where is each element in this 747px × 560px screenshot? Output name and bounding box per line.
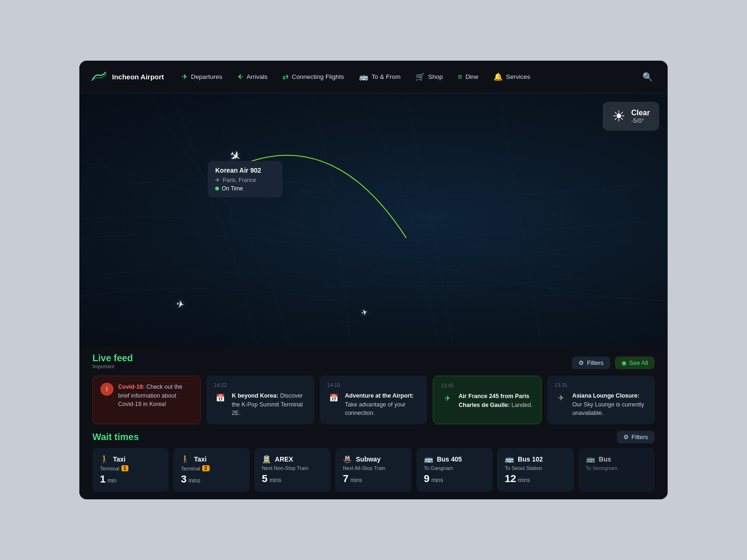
- taxi1-header: 🚶 Taxi: [100, 455, 161, 463]
- arex-label: AREX: [275, 455, 293, 463]
- bus-seong-header: 🚌 Bus: [586, 455, 647, 463]
- app-window: Incheon Airport ✈ Departures ✈ Arrivals …: [79, 61, 668, 499]
- arex-icon: 🚊: [262, 455, 271, 463]
- taxi2-badge: 2: [202, 465, 210, 471]
- wait-card-arex[interactable]: 🚊 AREX Next Non-Stop Train 5 mins: [254, 448, 331, 492]
- wait-filters-button[interactable]: ⚙ Filters: [617, 431, 655, 443]
- tofrom-icon: 🚌: [359, 72, 368, 81]
- filters-button[interactable]: ⚙ Filters: [572, 357, 610, 369]
- seeall-icon: ◉: [621, 359, 627, 366]
- bus-seong-icon: 🚌: [586, 455, 595, 463]
- see-all-button[interactable]: ◉ See All: [615, 357, 655, 369]
- asiana-icon: ✈: [555, 392, 568, 405]
- services-icon: 🔔: [493, 72, 503, 81]
- map-roads: Bukdo-myeon Sin-do Uihak-dong Wenchang-d…: [79, 93, 668, 346]
- nav-arrivals[interactable]: ✈ Arrivals: [231, 69, 274, 85]
- feed-card-icon-area-3: 📅 Adventure at the Airport: Take advanta…: [327, 392, 420, 418]
- dine-icon: ≡: [458, 73, 462, 81]
- taxi2-terminal: Terminal 2: [181, 465, 242, 471]
- weather-info: Clear -5/0°: [631, 109, 650, 124]
- plane-landed-icon: ✈: [441, 392, 454, 405]
- feed-card-kpop[interactable]: 14:22 📅 K beyond Korea: Discover the K-P…: [206, 376, 314, 424]
- svg-text:Geumang-dong: Geumang-dong: [374, 269, 403, 274]
- bus102-unit: mins: [518, 477, 530, 483]
- svg-text:Bukdo-myeon: Bukdo-myeon: [299, 188, 331, 194]
- svg-text:주안현대홈타운아파트: 주안현대홈타운아파트: [537, 273, 575, 277]
- plane-tooltip[interactable]: Korean Air 902 ✈ Paris, France On Time: [208, 161, 282, 197]
- wait-card-bus-seong[interactable]: 🚌 Bus To Seongnam: [578, 448, 655, 492]
- feed-time-1: 14:22: [214, 382, 306, 388]
- wait-card-bus102[interactable]: 🚌 Bus 102 To Seoul Station 12 mins: [497, 448, 573, 492]
- shop-icon: 🛒: [416, 72, 425, 81]
- arex-header: 🚊 AREX: [262, 455, 323, 463]
- feed-card-covid[interactable]: ! Covid-19: Check out the brief informat…: [92, 376, 201, 424]
- live-feed-header: Live feed Important ⚙ Filters ◉ See All: [92, 346, 655, 376]
- weather-icon: ☀: [612, 107, 626, 125]
- feed-controls: ⚙ Filters ◉ See All: [572, 357, 655, 369]
- nav-connecting[interactable]: ⇄ Connecting Flights: [276, 69, 351, 85]
- arex-desc: Next Non-Stop Train: [262, 465, 323, 471]
- nav-logo[interactable]: Incheon Airport: [91, 70, 164, 84]
- bus102-desc: To Seoul Station: [505, 465, 566, 471]
- wait-card-taxi1[interactable]: 🚶 Taxi Terminal 1 1 min: [92, 448, 169, 492]
- nav-departures[interactable]: ✈ Departures: [175, 69, 229, 85]
- arex-time-row: 5 mins: [262, 473, 323, 485]
- nav-tofrom[interactable]: 🚌 To & From: [352, 69, 407, 85]
- map-area: Bukdo-myeon Sin-do Uihak-dong Wenchang-d…: [79, 93, 668, 346]
- logo-icon: [91, 70, 107, 84]
- arex-unit: mins: [269, 477, 281, 483]
- svg-text:Deokgyo-dong: Deokgyo-dong: [322, 283, 352, 288]
- wait-card-bus405[interactable]: 🚌 Bus 405 To Gangnam 9 mins: [416, 448, 493, 492]
- calendar-icon-1: 📅: [214, 392, 227, 405]
- bus-seong-label: Bus: [599, 455, 611, 463]
- weather-label: Clear: [631, 109, 650, 117]
- feed-body-4: Air France 245 from Paris Charles de Gau…: [458, 392, 533, 410]
- feed-card-adventure[interactable]: 14:10 📅 Adventure at the Airport: Take a…: [320, 376, 427, 424]
- feed-card-icon-area-4: ✈ Air France 245 from Paris Charles de G…: [441, 392, 533, 410]
- feed-time-4: 13:31: [555, 382, 647, 388]
- taxi1-label: Taxi: [113, 455, 126, 463]
- svg-text:Bupyeong-gu: Bupyeong-gu: [602, 189, 630, 194]
- alert-icon: !: [100, 383, 113, 396]
- taxi1-unit: min: [107, 477, 116, 484]
- feed-card-asiana[interactable]: 13:31 ✈ Asiana Lounge Closure: Our Sky L…: [547, 376, 655, 424]
- nav-items: ✈ Departures ✈ Arrivals ⇄ Connecting Fli…: [175, 69, 639, 85]
- bus405-time-row: 9 mins: [424, 473, 485, 485]
- bus405-time: 9: [424, 473, 430, 485]
- nav-shop[interactable]: 🛒 Shop: [409, 69, 450, 85]
- bus102-icon: 🚌: [505, 455, 514, 463]
- subway-time: 7: [343, 473, 348, 485]
- departures-icon: ✈: [182, 72, 188, 81]
- asiana-title: Asiana Lounge Closure:: [572, 392, 640, 399]
- asiana-desc: Our Sky Lounge is currently unavailable.: [572, 401, 644, 417]
- svg-text:Unmok-dong: Unmok-dong: [406, 250, 433, 255]
- svg-text:Wenchang-dong: Wenchang-dong: [523, 211, 557, 216]
- taxi2-time-row: 3 mins: [181, 473, 242, 485]
- bus405-header: 🚌 Bus 405: [424, 455, 485, 463]
- plane-small-icon: ✈: [215, 177, 220, 183]
- nav-services[interactable]: 🔔 Services: [487, 69, 537, 85]
- wait-card-subway[interactable]: 🚇 Subway Next All-Stop Train 7 mins: [335, 448, 411, 492]
- nav-dine[interactable]: ≡ Dine: [451, 69, 485, 85]
- navbar: Incheon Airport ✈ Departures ✈ Arrivals …: [79, 61, 668, 93]
- feed-card-icon-area: ! Covid-19: Check out the brief informat…: [100, 383, 193, 409]
- svg-text:Sin-do: Sin-do: [397, 197, 410, 203]
- feed-card-airfrance[interactable]: 13:45 ✈ Air France 245 from Paris Charle…: [433, 376, 541, 424]
- bus-seong-desc: To Seongnam: [586, 465, 647, 471]
- bus102-time: 12: [505, 473, 516, 485]
- weather-temp: -5/0°: [631, 117, 650, 124]
- taxi1-terminal: Terminal 1: [100, 465, 161, 471]
- calendar-icon-2: 📅: [327, 392, 340, 405]
- bus405-desc: To Gangnam: [424, 465, 485, 471]
- important-label: Important: [92, 364, 133, 369]
- subway-time-row: 7 mins: [343, 473, 404, 485]
- search-button[interactable]: 🔍: [639, 68, 656, 86]
- feed-cards: ! Covid-19: Check out the brief informat…: [92, 376, 655, 424]
- svg-text:Michuhol-gu: Michuhol-gu: [546, 286, 569, 291]
- tooltip-status: On Time: [215, 185, 275, 192]
- taxi2-time: 3: [181, 473, 186, 485]
- svg-text:Uihak-dong: Uihak-dong: [420, 213, 444, 218]
- wait-card-taxi2[interactable]: 🚶 Taxi Terminal 2 3 mins: [173, 448, 249, 492]
- filter-icon: ⚙: [578, 359, 584, 366]
- svg-text:Ukhak-dong: Ukhak-dong: [462, 243, 487, 248]
